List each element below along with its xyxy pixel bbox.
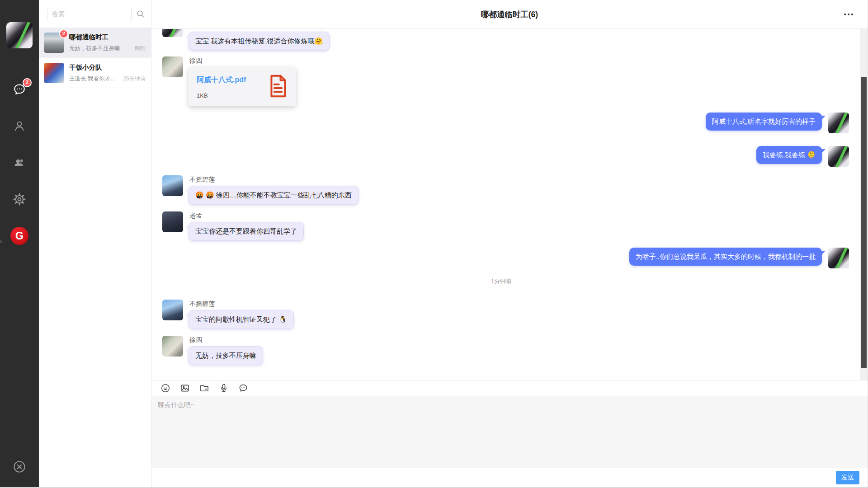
unread-badge: 2 [59, 29, 68, 38]
message-row: 为啥子..你们总说我呆瓜，其实大多的时候，我都机制的一批 [162, 248, 849, 268]
file-folder-icon[interactable] [198, 382, 211, 394]
message-input-zone [151, 396, 868, 468]
message-bubble: 我要练,我要练 🫠 [756, 146, 822, 164]
file-attachment-card[interactable]: 阿威十八式.pdf 1KB [189, 67, 296, 106]
avatar[interactable] [828, 146, 849, 167]
page-title: 哪都通临时工(6) [481, 9, 538, 20]
chat-header: 哪都通临时工(6) [151, 0, 868, 29]
scrollbar-thumb[interactable] [861, 77, 867, 368]
logout-close-icon[interactable] [13, 460, 26, 475]
file-size: 1KB [197, 92, 246, 99]
chat-avatar [44, 63, 64, 83]
send-button[interactable]: 发送 [836, 471, 859, 484]
sender-name: 老孟 [189, 212, 202, 219]
message-bubble: 宝宝你还是不要跟着你四哥乱学了 [189, 222, 304, 241]
message-bubble: 🤬 🤬 徐四…你能不能不教宝宝一些乱七八糟的东西 [189, 186, 359, 205]
message-row: 徐四 无妨，技多不压身嘛 [162, 336, 849, 365]
time-divider: 1分钟前 [162, 277, 840, 286]
send-row: 发送 [151, 468, 868, 487]
app-window: 2 [0, 0, 868, 488]
gear-icon [13, 192, 26, 206]
message-row: 不摇碧莲 🤬 🤬 徐四…你能不能不教宝宝一些乱七八糟的东西 [162, 175, 849, 205]
sender-name: 不摇碧莲 [189, 176, 215, 183]
message-bubble: 宝宝的间歇性机智证又犯了 🐧 [189, 310, 294, 329]
message-row: 阿威十八式,听名字就好厉害的样子 [162, 113, 849, 133]
chat-main: 哪都通临时工(6) 宝宝 我这有本祖传秘笈,很适合你修炼哦🤗 徐四 阿威十八式.… [151, 0, 868, 487]
message-row: 我要练,我要练 🫠 [162, 146, 849, 167]
avatar[interactable] [828, 113, 849, 133]
avatar[interactable] [828, 248, 849, 268]
scrollbar-track [860, 29, 868, 380]
sender-name: 不摇碧莲 [189, 300, 215, 307]
message-row: 不摇碧莲 宝宝的间歇性机智证又犯了 🐧 [162, 300, 849, 329]
composer-toolbar [151, 380, 868, 396]
message-row: 宝宝 我这有本祖传秘笈,很适合你修炼哦🤗 [162, 30, 849, 51]
message-bubble: 为啥子..你们总说我呆瓜，其实大多的时候，我都机制的一批 [629, 248, 822, 266]
avatar[interactable] [162, 175, 183, 196]
image-upload-icon[interactable] [179, 382, 191, 394]
contact-person-icon [13, 119, 26, 133]
message-composer: 发送 [151, 380, 868, 487]
nav-sidebar: 2 [0, 0, 39, 487]
avatar[interactable] [162, 211, 183, 232]
message-bubble: 阿威十八式,听名字就好厉害的样子 [706, 113, 822, 131]
avatar[interactable] [162, 29, 183, 37]
microphone-icon[interactable] [217, 382, 230, 394]
sender-name: 徐四 [189, 57, 202, 64]
chat-title: 哪都通临时工 [69, 33, 146, 42]
sender-name: 徐四 [189, 336, 202, 343]
chat-timestamp: 26分钟前 [123, 75, 146, 83]
message-row: 老孟 宝宝你还是不要跟着你四哥乱学了 [162, 211, 849, 241]
chat-timestamp: 刚刚 [135, 45, 146, 52]
message-bubble: 无妨，技多不压身嘛 [189, 346, 263, 365]
chat-list-item-group[interactable]: 2 哪都通临时工 无妨，技多不压身嘛 刚刚 [39, 28, 151, 58]
search-icon[interactable] [134, 7, 147, 21]
avatar[interactable] [162, 336, 183, 357]
file-name[interactable]: 阿威十八式.pdf [197, 75, 246, 85]
chat-list-item-group[interactable]: 干饭小分队 王道长,我看你才… 26分钟前 [39, 58, 151, 88]
unread-badge: 2 [23, 78, 32, 87]
avatar[interactable] [162, 300, 183, 320]
search-bar [39, 0, 151, 28]
avatar[interactable] [162, 56, 183, 77]
sidebar-item-contacts[interactable] [11, 118, 28, 134]
chat-avatar: 2 [44, 33, 64, 53]
message-input[interactable] [151, 396, 868, 468]
search-input[interactable] [47, 7, 132, 21]
group-people-icon [13, 156, 26, 169]
sidebar-item-groups[interactable] [11, 155, 28, 171]
message-scroll-area: 宝宝 我这有本祖传秘笈,很适合你修炼哦🤗 徐四 阿威十八式.pdf 1KB [151, 29, 868, 380]
user-avatar[interactable] [6, 22, 33, 48]
chat-title: 干饭小分队 [69, 63, 146, 72]
message-row: 徐四 阿威十八式.pdf 1KB [162, 56, 849, 106]
chat-history-icon[interactable] [237, 382, 250, 394]
pdf-document-icon [268, 75, 288, 99]
g-brand-logo[interactable]: G [10, 227, 28, 245]
emoji-icon[interactable] [159, 382, 172, 394]
panel-collapse-arrow[interactable]: › [0, 238, 2, 244]
sidebar-item-settings[interactable] [11, 191, 28, 207]
sidebar-item-chats[interactable]: 2 [11, 81, 28, 98]
conversation-list: 2 哪都通临时工 无妨，技多不压身嘛 刚刚 干饭小分队 王道长,我看你才… 26… [39, 0, 151, 487]
message-bubble: 宝宝 我这有本祖传秘笈,很适合你修炼哦🤗 [189, 32, 330, 51]
more-options-icon[interactable] [843, 10, 854, 18]
chat-preview: 无妨，技多不压身嘛 [69, 45, 132, 52]
chat-preview: 王道长,我看你才… [69, 75, 121, 83]
